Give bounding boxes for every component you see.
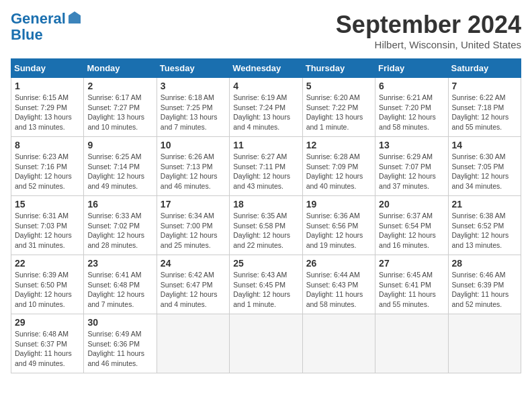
weekday-header-saturday: Saturday	[448, 59, 521, 78]
day-number: 14	[452, 140, 517, 150]
weekday-header-thursday: Thursday	[302, 59, 375, 78]
calendar-cell: 26Sunrise: 6:44 AMSunset: 6:43 PMDayligh…	[302, 255, 375, 314]
day-number: 9	[87, 140, 152, 150]
day-info: Sunrise: 6:36 AMSunset: 6:56 PMDaylight:…	[306, 211, 371, 250]
calendar-cell: 19Sunrise: 6:36 AMSunset: 6:56 PMDayligh…	[302, 196, 375, 255]
day-number: 21	[452, 199, 517, 210]
logo-general: General	[11, 10, 66, 27]
svg-marker-0	[69, 11, 81, 24]
calendar-cell: 17Sunrise: 6:34 AMSunset: 7:00 PMDayligh…	[157, 196, 229, 255]
day-number: 24	[161, 258, 226, 269]
day-number: 30	[87, 317, 152, 328]
day-info: Sunrise: 6:25 AMSunset: 7:14 PMDaylight:…	[87, 152, 152, 191]
calendar-cell	[448, 314, 521, 373]
day-number: 19	[306, 199, 371, 210]
day-info: Sunrise: 6:33 AMSunset: 7:02 PMDaylight:…	[87, 211, 152, 250]
day-info: Sunrise: 6:34 AMSunset: 7:00 PMDaylight:…	[161, 211, 226, 250]
calendar-cell	[230, 314, 302, 373]
calendar-cell: 15Sunrise: 6:31 AMSunset: 7:03 PMDayligh…	[11, 196, 84, 255]
title-block: September 2024 Hilbert, Wisconsin, Unite…	[336, 11, 521, 50]
day-number: 7	[452, 81, 517, 91]
day-number: 1	[15, 81, 80, 91]
calendar-cell: 28Sunrise: 6:46 AMSunset: 6:39 PMDayligh…	[448, 255, 521, 314]
calendar-cell: 22Sunrise: 6:39 AMSunset: 6:50 PMDayligh…	[11, 255, 84, 314]
page-header: General Blue September 2024 Hilbert, Wis…	[11, 11, 521, 50]
calendar-cell: 11Sunrise: 6:27 AMSunset: 7:11 PMDayligh…	[230, 137, 302, 196]
calendar-cell: 7Sunrise: 6:22 AMSunset: 7:18 PMDaylight…	[448, 78, 521, 137]
day-number: 28	[452, 258, 517, 269]
day-number: 25	[233, 258, 298, 269]
day-info: Sunrise: 6:18 AMSunset: 7:25 PMDaylight:…	[161, 93, 226, 132]
calendar-cell: 1Sunrise: 6:15 AMSunset: 7:29 PMDaylight…	[11, 78, 84, 137]
day-number: 17	[161, 199, 226, 210]
day-number: 18	[233, 199, 298, 210]
calendar-cell: 18Sunrise: 6:35 AMSunset: 6:58 PMDayligh…	[230, 196, 302, 255]
day-info: Sunrise: 6:39 AMSunset: 6:50 PMDaylight:…	[15, 270, 80, 310]
calendar-cell	[375, 314, 448, 373]
calendar-week-row: 15Sunrise: 6:31 AMSunset: 7:03 PMDayligh…	[11, 196, 521, 255]
logo: General Blue	[11, 11, 82, 43]
day-info: Sunrise: 6:19 AMSunset: 7:24 PMDaylight:…	[233, 93, 298, 132]
day-info: Sunrise: 6:37 AMSunset: 6:54 PMDaylight:…	[379, 211, 444, 250]
day-info: Sunrise: 6:45 AMSunset: 6:41 PMDaylight:…	[379, 270, 444, 310]
day-number: 27	[379, 258, 444, 269]
calendar-cell: 3Sunrise: 6:18 AMSunset: 7:25 PMDaylight…	[157, 78, 229, 137]
day-number: 12	[306, 140, 371, 150]
day-number: 13	[379, 140, 444, 150]
weekday-header-monday: Monday	[84, 59, 157, 78]
day-info: Sunrise: 6:35 AMSunset: 6:58 PMDaylight:…	[233, 211, 298, 250]
calendar-table: SundayMondayTuesdayWednesdayThursdayFrid…	[11, 58, 521, 373]
day-info: Sunrise: 6:17 AMSunset: 7:27 PMDaylight:…	[87, 93, 152, 132]
calendar-week-row: 22Sunrise: 6:39 AMSunset: 6:50 PMDayligh…	[11, 255, 521, 314]
calendar-cell: 27Sunrise: 6:45 AMSunset: 6:41 PMDayligh…	[375, 255, 448, 314]
calendar-cell: 20Sunrise: 6:37 AMSunset: 6:54 PMDayligh…	[375, 196, 448, 255]
day-info: Sunrise: 6:42 AMSunset: 6:47 PMDaylight:…	[161, 270, 226, 310]
day-number: 5	[306, 81, 371, 91]
day-number: 11	[233, 140, 298, 150]
day-number: 26	[306, 258, 371, 269]
calendar-week-row: 8Sunrise: 6:23 AMSunset: 7:16 PMDaylight…	[11, 137, 521, 196]
day-info: Sunrise: 6:29 AMSunset: 7:07 PMDaylight:…	[379, 152, 444, 191]
day-number: 8	[15, 140, 80, 150]
day-number: 2	[87, 81, 152, 91]
day-info: Sunrise: 6:22 AMSunset: 7:18 PMDaylight:…	[452, 93, 517, 132]
day-info: Sunrise: 6:27 AMSunset: 7:11 PMDaylight:…	[233, 152, 298, 191]
day-info: Sunrise: 6:43 AMSunset: 6:45 PMDaylight:…	[233, 270, 298, 310]
calendar-cell: 10Sunrise: 6:26 AMSunset: 7:13 PMDayligh…	[157, 137, 229, 196]
day-number: 15	[15, 199, 80, 210]
calendar-cell: 29Sunrise: 6:48 AMSunset: 6:37 PMDayligh…	[11, 314, 84, 373]
day-info: Sunrise: 6:46 AMSunset: 6:39 PMDaylight:…	[452, 270, 517, 310]
day-info: Sunrise: 6:28 AMSunset: 7:09 PMDaylight:…	[306, 152, 371, 191]
calendar-week-row: 1Sunrise: 6:15 AMSunset: 7:29 PMDaylight…	[11, 78, 521, 137]
calendar-cell: 2Sunrise: 6:17 AMSunset: 7:27 PMDaylight…	[84, 78, 157, 137]
day-info: Sunrise: 6:41 AMSunset: 6:48 PMDaylight:…	[87, 270, 152, 310]
day-info: Sunrise: 6:30 AMSunset: 7:05 PMDaylight:…	[452, 152, 517, 191]
day-number: 29	[15, 317, 80, 328]
day-info: Sunrise: 6:31 AMSunset: 7:03 PMDaylight:…	[15, 211, 80, 250]
calendar-week-row: 29Sunrise: 6:48 AMSunset: 6:37 PMDayligh…	[11, 314, 521, 373]
day-number: 20	[379, 199, 444, 210]
weekday-header-sunday: Sunday	[11, 59, 84, 78]
calendar-cell: 16Sunrise: 6:33 AMSunset: 7:02 PMDayligh…	[84, 196, 157, 255]
day-info: Sunrise: 6:15 AMSunset: 7:29 PMDaylight:…	[15, 93, 80, 132]
calendar-cell: 25Sunrise: 6:43 AMSunset: 6:45 PMDayligh…	[230, 255, 302, 314]
calendar-cell	[302, 314, 375, 373]
day-number: 16	[87, 199, 152, 210]
calendar-cell: 24Sunrise: 6:42 AMSunset: 6:47 PMDayligh…	[157, 255, 229, 314]
calendar-cell: 6Sunrise: 6:21 AMSunset: 7:20 PMDaylight…	[375, 78, 448, 137]
calendar-cell: 30Sunrise: 6:49 AMSunset: 6:36 PMDayligh…	[84, 314, 157, 373]
day-info: Sunrise: 6:44 AMSunset: 6:43 PMDaylight:…	[306, 270, 371, 310]
calendar-cell: 23Sunrise: 6:41 AMSunset: 6:48 PMDayligh…	[84, 255, 157, 314]
day-info: Sunrise: 6:38 AMSunset: 6:52 PMDaylight:…	[452, 211, 517, 250]
calendar-cell: 12Sunrise: 6:28 AMSunset: 7:09 PMDayligh…	[302, 137, 375, 196]
weekday-header-friday: Friday	[375, 59, 448, 78]
month-title: September 2024	[336, 11, 521, 39]
calendar-cell: 5Sunrise: 6:20 AMSunset: 7:22 PMDaylight…	[302, 78, 375, 137]
day-info: Sunrise: 6:23 AMSunset: 7:16 PMDaylight:…	[15, 152, 80, 191]
weekday-header-tuesday: Tuesday	[157, 59, 229, 78]
calendar-cell	[157, 314, 229, 373]
day-number: 10	[161, 140, 226, 150]
calendar-cell: 9Sunrise: 6:25 AMSunset: 7:14 PMDaylight…	[84, 137, 157, 196]
calendar-cell: 4Sunrise: 6:19 AMSunset: 7:24 PMDaylight…	[230, 78, 302, 137]
day-info: Sunrise: 6:26 AMSunset: 7:13 PMDaylight:…	[161, 152, 226, 191]
